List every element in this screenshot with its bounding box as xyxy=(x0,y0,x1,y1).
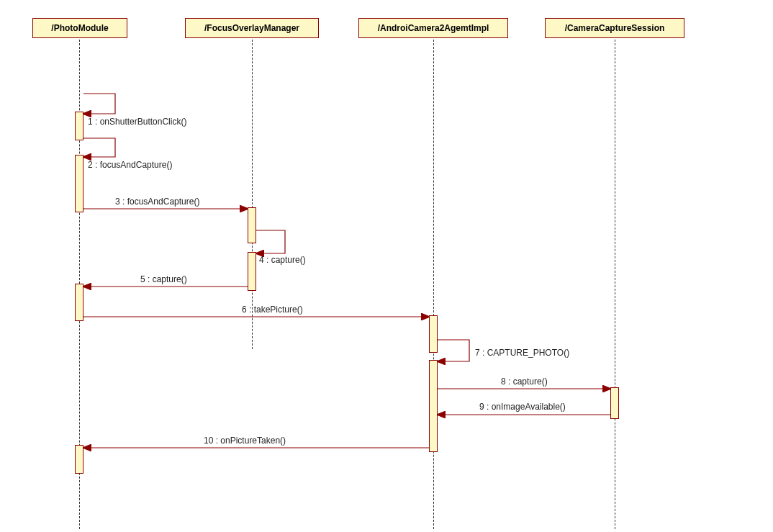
msg-5-label: 5 : capture() xyxy=(140,274,187,284)
msg-2-label: 2 : focusAndCapture() xyxy=(88,160,172,170)
msg-9-label: 9 : onImageAvailable() xyxy=(479,402,566,412)
activation xyxy=(429,360,438,452)
lifeline-dash xyxy=(615,40,615,529)
lifeline-photomodule: /PhotoModule xyxy=(32,18,127,38)
activation xyxy=(75,284,83,321)
msg-3-label: 3 : focusAndCapture() xyxy=(115,197,199,207)
lifeline-dash xyxy=(433,40,434,529)
lifeline-dash xyxy=(252,40,253,349)
activation xyxy=(75,112,83,140)
msg-1-label: 1 : onShutterButtonClick() xyxy=(88,117,186,127)
lifeline-cameracapturesession: /CameraCaptureSession xyxy=(545,18,684,38)
arrows-svg xyxy=(0,0,773,532)
msg-7-label: 7 : CAPTURE_PHOTO() xyxy=(475,348,569,358)
lifeline-androicamera2agemtimpl: /AndroiCamera2AgemtImpl xyxy=(358,18,508,38)
activation xyxy=(429,315,438,353)
msg-6-label: 6 : takePicture() xyxy=(242,305,303,315)
msg-4-label: 4 : capture() xyxy=(259,255,306,265)
msg-8-label: 8 : capture() xyxy=(501,377,548,387)
activation xyxy=(75,445,83,474)
activation xyxy=(610,387,619,419)
msg-10-label: 10 : onPictureTaken() xyxy=(204,436,286,446)
lifeline-focusoverlaymanager: /FocusOverlayManager xyxy=(185,18,319,38)
activation xyxy=(248,252,256,291)
activation xyxy=(248,207,256,243)
activation xyxy=(75,155,83,212)
